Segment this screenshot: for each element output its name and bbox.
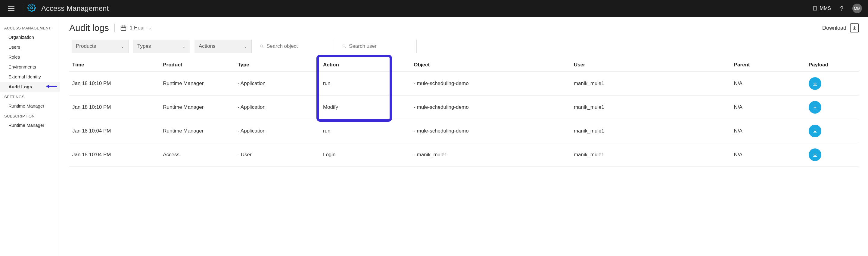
cell-payload bbox=[806, 96, 859, 119]
th-action[interactable]: Action bbox=[320, 58, 411, 72]
cell-object: - mule-scheduling-demo bbox=[411, 72, 571, 96]
download-label: Download bbox=[822, 25, 846, 31]
calendar-icon bbox=[120, 25, 127, 31]
cell-time: Jan 18 10:04 PM bbox=[69, 119, 160, 143]
sidebar: ACCESS MANAGEMENTOrganizationUsersRolesE… bbox=[0, 17, 60, 256]
search-object-input[interactable] bbox=[267, 43, 330, 49]
time-range-picker[interactable]: 1 Hour ⌄ bbox=[120, 25, 151, 31]
table-row: Jan 18 10:04 PMAccess- UserLogin- manik_… bbox=[69, 143, 859, 167]
sidebar-item-runtime-manager[interactable]: Runtime Manager bbox=[0, 120, 60, 130]
svg-point-0 bbox=[31, 7, 33, 9]
cell-product: Access bbox=[160, 143, 235, 167]
search-user-input[interactable] bbox=[349, 43, 413, 49]
table-row: Jan 18 10:10 PMRuntime Manager- Applicat… bbox=[69, 72, 859, 96]
sidebar-item-users[interactable]: Users bbox=[0, 42, 60, 52]
filter-actions[interactable]: Actions ⌄ bbox=[194, 40, 252, 53]
time-range-label: 1 Hour bbox=[130, 25, 145, 31]
chevron-down-icon: ⌄ bbox=[244, 44, 247, 49]
sidebar-item-environments[interactable]: Environments bbox=[0, 62, 60, 72]
cell-parent: N/A bbox=[731, 96, 806, 119]
cell-action: Login bbox=[320, 143, 411, 167]
cell-parent: N/A bbox=[731, 72, 806, 96]
avatar[interactable]: MM bbox=[852, 4, 862, 13]
page-title: Audit logs bbox=[69, 23, 109, 33]
cell-type: - User bbox=[235, 143, 320, 167]
sidebar-section-heading: SETTINGS bbox=[0, 92, 60, 101]
sidebar-item-runtime-manager[interactable]: Runtime Manager bbox=[0, 101, 60, 111]
cell-action: run bbox=[320, 72, 411, 96]
sidebar-item-audit-logs[interactable]: Audit Logs bbox=[0, 82, 60, 92]
table-row: Jan 18 10:04 PMRuntime Manager- Applicat… bbox=[69, 119, 859, 143]
arrow-left-icon bbox=[45, 83, 58, 90]
cell-payload bbox=[806, 143, 859, 167]
download-payload-button[interactable] bbox=[809, 125, 822, 137]
filter-actions-label: Actions bbox=[199, 43, 216, 49]
cell-parent: N/A bbox=[731, 143, 806, 167]
svg-point-12 bbox=[343, 45, 345, 47]
cell-product: Runtime Manager bbox=[160, 96, 235, 119]
download-button[interactable]: Download bbox=[822, 24, 859, 32]
search-user-box[interactable] bbox=[338, 40, 417, 53]
filter-types-label: Types bbox=[137, 43, 151, 49]
cell-user: manik_mule1 bbox=[571, 143, 731, 167]
gear-icon bbox=[27, 4, 36, 13]
org-switcher[interactable]: MMS bbox=[813, 6, 831, 11]
search-object-box[interactable] bbox=[256, 40, 334, 53]
th-object[interactable]: Object bbox=[411, 58, 571, 72]
chevron-down-icon: ⌄ bbox=[148, 26, 151, 30]
table-row: Jan 18 10:10 PMRuntime Manager- Applicat… bbox=[69, 96, 859, 119]
help-button[interactable]: ? bbox=[836, 5, 847, 12]
cell-type: - Application bbox=[235, 96, 320, 119]
app-title: Access Management bbox=[41, 4, 109, 13]
svg-line-11 bbox=[262, 47, 263, 48]
sidebar-section-heading: ACCESS MANAGEMENT bbox=[0, 23, 60, 32]
cell-product: Runtime Manager bbox=[160, 72, 235, 96]
svg-line-13 bbox=[345, 47, 346, 48]
cell-time: Jan 18 10:10 PM bbox=[69, 72, 160, 96]
cell-user: manik_mule1 bbox=[571, 72, 731, 96]
chevron-down-icon: ⌄ bbox=[182, 44, 186, 49]
sidebar-item-external-identity[interactable]: External Identity bbox=[0, 72, 60, 82]
cell-payload bbox=[806, 72, 859, 96]
th-product[interactable]: Product bbox=[160, 58, 235, 72]
cell-action: Modify bbox=[320, 96, 411, 119]
cell-type: - Application bbox=[235, 119, 320, 143]
cell-time: Jan 18 10:10 PM bbox=[69, 96, 160, 119]
cell-payload bbox=[806, 119, 859, 143]
filter-bar: Products ⌄ Types ⌄ Actions ⌄ bbox=[69, 40, 859, 53]
th-type[interactable]: Type bbox=[235, 58, 320, 72]
cell-object: - mule-scheduling-demo bbox=[411, 96, 571, 119]
search-icon bbox=[259, 44, 264, 49]
cell-object: - manik_mule1 bbox=[411, 143, 571, 167]
download-payload-button[interactable] bbox=[809, 77, 822, 90]
sidebar-item-organization[interactable]: Organization bbox=[0, 32, 60, 42]
divider bbox=[22, 4, 22, 13]
cell-parent: N/A bbox=[731, 119, 806, 143]
search-icon bbox=[342, 44, 346, 49]
filter-products-label: Products bbox=[76, 43, 96, 49]
cell-time: Jan 18 10:04 PM bbox=[69, 143, 160, 167]
cell-user: manik_mule1 bbox=[571, 119, 731, 143]
cell-action: run bbox=[320, 119, 411, 143]
hamburger-menu-icon[interactable] bbox=[6, 4, 16, 13]
sidebar-item-roles[interactable]: Roles bbox=[0, 52, 60, 62]
org-name: MMS bbox=[820, 6, 831, 11]
download-payload-button[interactable] bbox=[809, 101, 822, 114]
svg-point-10 bbox=[260, 45, 263, 47]
download-payload-button[interactable] bbox=[809, 148, 822, 161]
th-parent[interactable]: Parent bbox=[731, 58, 806, 72]
th-time[interactable]: Time bbox=[69, 58, 160, 72]
sidebar-section-heading: SUBSCRIPTION bbox=[0, 111, 60, 120]
audit-log-table: Time Product Type Action Object User Par… bbox=[69, 58, 859, 167]
filter-types[interactable]: Types ⌄ bbox=[133, 40, 190, 53]
th-user[interactable]: User bbox=[571, 58, 731, 72]
chevron-down-icon: ⌄ bbox=[121, 44, 124, 49]
svg-rect-1 bbox=[813, 7, 816, 10]
building-icon bbox=[813, 6, 817, 11]
filter-products[interactable]: Products ⌄ bbox=[72, 40, 129, 53]
cell-type: - Application bbox=[235, 72, 320, 96]
th-payload[interactable]: Payload bbox=[806, 58, 859, 72]
cell-product: Runtime Manager bbox=[160, 119, 235, 143]
svg-rect-6 bbox=[121, 26, 126, 31]
download-icon bbox=[850, 24, 859, 32]
